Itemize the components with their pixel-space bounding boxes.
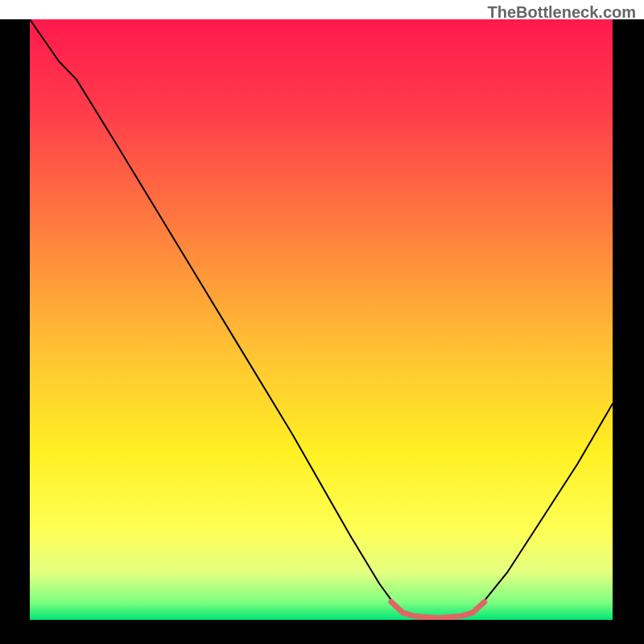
bottleneck-chart [0, 0, 644, 644]
gradient-background [30, 19, 613, 620]
watermark-text: TheBottleneck.com [488, 3, 636, 22]
chart-container: TheBottleneck.com [0, 0, 644, 644]
